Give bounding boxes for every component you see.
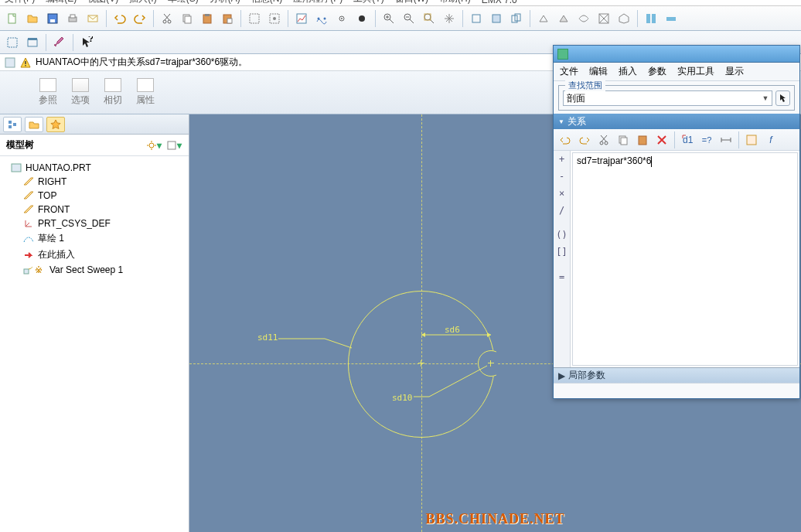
rel-delete-icon[interactable] — [653, 131, 671, 149]
solid-dot-icon[interactable] — [353, 9, 371, 28]
point-icon[interactable] — [332, 9, 351, 28]
rel-copy-icon[interactable] — [614, 131, 632, 149]
tree-item-front[interactable]: FRONT — [3, 203, 186, 217]
rel-redo-icon[interactable] — [575, 131, 594, 149]
rel-cut-icon[interactable] — [595, 131, 613, 149]
view2-icon[interactable] — [487, 9, 506, 28]
cut-icon[interactable] — [158, 9, 176, 28]
print-icon[interactable] — [63, 9, 82, 28]
rel-ruler-icon[interactable] — [717, 131, 735, 149]
zoom-fit-icon[interactable] — [420, 9, 438, 28]
scope-combo[interactable]: 剖面▼ — [563, 90, 772, 106]
sketch-icon — [23, 234, 34, 244]
disp4-icon[interactable] — [595, 9, 613, 28]
op-div[interactable]: / — [559, 204, 564, 217]
op-paren[interactable]: () — [556, 229, 567, 241]
svg-rect-28 — [493, 15, 500, 22]
new-file-icon[interactable] — [3, 9, 22, 28]
redo-icon[interactable] — [131, 9, 149, 28]
save-icon[interactable] — [43, 9, 62, 28]
rel-fx-icon[interactable]: f — [762, 131, 780, 149]
copy-icon[interactable] — [178, 9, 196, 28]
tree-show-icon[interactable]: ▾ — [165, 138, 182, 153]
curve-icon[interactable] — [312, 9, 331, 28]
tree-settings-icon[interactable]: ▾ — [145, 138, 162, 153]
op-plus[interactable]: + — [559, 153, 564, 165]
tool-b-icon[interactable] — [662, 9, 680, 28]
zoom-in-icon[interactable] — [380, 9, 398, 28]
tab-model-tree[interactable] — [3, 117, 22, 132]
rel-menu-utils[interactable]: 实用工具 — [677, 65, 714, 78]
zoom-out-icon[interactable] — [400, 9, 418, 28]
dim-sd11[interactable]: sd11 — [257, 332, 278, 343]
chart-icon[interactable] — [292, 9, 311, 28]
select-window-icon[interactable] — [23, 33, 42, 52]
rel-paste-icon[interactable] — [633, 131, 652, 149]
disp5-icon[interactable] — [615, 9, 633, 28]
tree-root[interactable]: HUANTAO.PRT — [3, 161, 186, 175]
disp2-icon[interactable] — [554, 9, 573, 28]
tree-item-right[interactable]: RIGHT — [3, 175, 186, 189]
dialog-icon — [557, 49, 568, 60]
main-menubar[interactable]: 文件(F)编辑(E)视图(V) 插入(I)草绘(S)分析(A) 信息(N)应用程… — [0, 0, 801, 6]
rel-menu-show[interactable]: 显示 — [725, 65, 744, 78]
options-button[interactable]: 选项 — [71, 78, 90, 107]
help-cursor-icon[interactable]: ? — [77, 33, 96, 52]
relations-section-header[interactable]: ▼ 关系 — [554, 114, 799, 129]
tab-folder[interactable] — [25, 117, 43, 132]
disp1-icon[interactable] — [534, 9, 553, 28]
regen-icon[interactable] — [245, 9, 264, 28]
rel-menu-file[interactable]: 文件 — [560, 65, 578, 78]
svg-rect-59 — [639, 136, 646, 145]
scope-pick-icon[interactable] — [775, 90, 790, 106]
svg-rect-47 — [12, 164, 21, 172]
rel-units-icon[interactable]: d1 — [678, 131, 697, 149]
tree-item-top[interactable]: TOP — [3, 189, 186, 203]
rel-menu-params[interactable]: 参数 — [648, 65, 666, 78]
orient-icon[interactable] — [440, 9, 458, 28]
relations-toolbar: d1 =? f — [554, 129, 799, 151]
rel-menu-insert[interactable]: 插入 — [619, 65, 637, 78]
tangent-button[interactable]: 相切 — [104, 78, 122, 107]
tree-item-csys[interactable]: PRT_CSYS_DEF — [3, 217, 186, 230]
svg-rect-9 — [185, 16, 191, 23]
dim-sd10[interactable]: sd10 — [392, 393, 413, 403]
tree-item-insert-here[interactable]: 在此插入 — [3, 247, 186, 263]
view1-icon[interactable] — [467, 9, 486, 28]
open-file-icon[interactable] — [23, 9, 42, 28]
props-button[interactable]: 属性 — [136, 78, 155, 107]
op-eq[interactable]: = — [559, 271, 564, 283]
op-bracket[interactable]: [] — [556, 246, 567, 258]
svg-rect-4 — [70, 15, 75, 18]
select-icon[interactable] — [265, 9, 284, 28]
undo-icon[interactable] — [111, 9, 129, 28]
op-minus[interactable]: - — [559, 170, 564, 182]
brush-icon[interactable] — [50, 33, 69, 52]
tree-item-sketch[interactable]: 草绘 1 — [3, 230, 186, 247]
relations-dialog[interactable]: 文件 编辑 插入 参数 实用工具 显示 查找范围 剖面▼ ▼ 关系 d1 =? … — [553, 45, 800, 399]
watermark-text: BBS.CHINADE.NET — [425, 511, 564, 527]
rel-eval-icon[interactable]: =? — [697, 131, 716, 149]
paste-icon[interactable] — [198, 9, 216, 28]
view3-icon[interactable] — [507, 9, 526, 28]
csys-icon — [23, 219, 34, 228]
svg-point-22 — [359, 15, 365, 22]
local-params-header[interactable]: ▶ 局部参数 — [554, 367, 799, 383]
rel-undo-icon[interactable] — [556, 131, 574, 149]
tab-favorites[interactable] — [46, 117, 65, 132]
rel-sort-icon[interactable] — [742, 131, 761, 149]
collapse-triangle-icon: ▼ — [558, 118, 564, 125]
tree-item-sweep[interactable]: ※Var Sect Sweep 1 — [3, 263, 186, 277]
relations-editor[interactable]: sd7=trajpar*360*6 — [572, 152, 798, 366]
relations-titlebar[interactable] — [554, 46, 799, 63]
tool-a-icon[interactable] — [642, 9, 660, 28]
rel-menu-edit[interactable]: 编辑 — [589, 65, 608, 78]
paste-special-icon[interactable] — [218, 9, 237, 28]
svg-rect-2 — [50, 19, 55, 22]
disp3-icon[interactable] — [574, 9, 593, 28]
op-mul[interactable]: × — [559, 187, 564, 200]
ref-button[interactable]: 参照 — [39, 78, 57, 107]
email-icon[interactable] — [84, 9, 102, 28]
select-area-icon[interactable] — [3, 33, 22, 52]
scope-fieldset: 查找范围 剖面▼ — [558, 85, 795, 111]
